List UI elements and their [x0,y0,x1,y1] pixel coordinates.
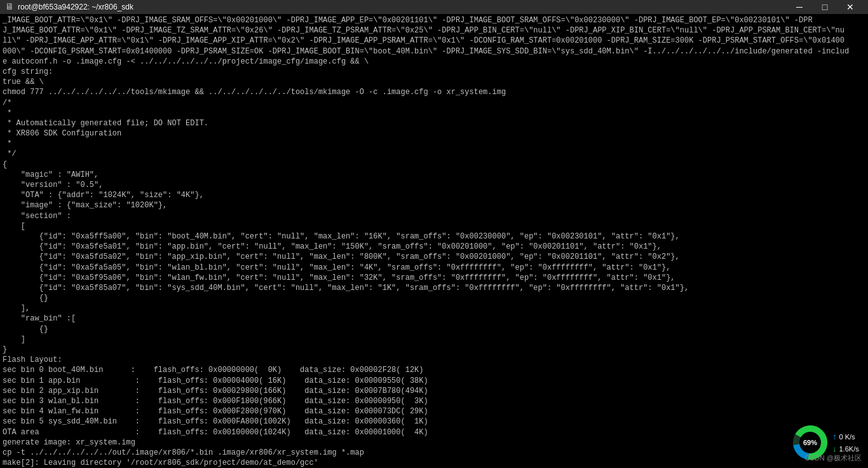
terminal-line: "OTA" : {"addr": "1024K", "size": "4K"}, [3,190,865,200]
titlebar: 🖥 root@bf653a942922: ~/xr806_sdk ─ □ ✕ [0,0,868,14]
terminal-line: true && \ [3,77,865,87]
terminal-line: {"id": "0xa5ff5a00", "bin": "boot_40M.bi… [3,231,865,242]
terminal-line: * [3,139,865,149]
terminal-line: sec bin 0 boot_40M.bin : flash_offs: 0x0… [3,365,865,375]
download-speed: 1.6K/s [839,445,859,453]
terminal-line: ll\" -DPRJ_IMAGE_APP_ATTR=\"0x1\" -DPRJ_… [3,36,865,46]
terminal-line: 000\" -DCONFIG_PSRAM_START=0x01400000 -D… [3,46,865,57]
terminal-line: sec bin 1 app.bin : flash_offs: 0x000040… [3,376,865,386]
terminal-line: {"id": "0xa5f85a07", "bin": "sys_sdd_40M… [3,283,865,293]
csdn-watermark: CSDN @极术社区 [805,453,862,463]
terminal-line: "image" : {"max_size": "1020K"}, [3,200,865,210]
terminal-line: * [3,108,865,118]
terminal-line: make[2]: Leaving directory '/root/xr806_… [3,458,865,468]
download-stat: ↓ 1.6K/s [832,444,859,453]
download-arrow-icon: ↓ [832,444,837,453]
terminal-line: "raw_bin" :[ [3,313,865,324]
terminal-line: "magic" : "AWIH", [3,170,865,180]
watermark-text: CSDN @极术社区 [805,454,862,462]
terminal-line: sec bin 5 sys_sdd_40M.bin : flash_offs: … [3,416,865,427]
terminal-line: J_IMAGE_BOOT_ATTR=\"0x1\" -DPRJ_IMAGE_TZ… [3,25,865,36]
terminal-line: "section" : [3,211,865,221]
terminal-line: } [3,345,865,355]
terminal-line: generate image: xr_system.img [3,437,865,448]
terminal-line: sec bin 2 app_xip.bin : flash_offs: 0x00… [3,386,865,396]
terminal-line: {"id": "0xa5f95a06", "bin": "wlan_fw.bin… [3,273,865,283]
terminal-line: OTA area : flash_offs: 0x00100000(1024K)… [3,427,865,437]
terminal-line: { [3,160,865,170]
terminal-line: "version" : "0.5", [3,180,865,190]
terminal-line: _IMAGE_BOOT_ATTR=\"0x1\" -DPRJ_IMAGE_SRA… [3,15,865,25]
titlebar-title: root@bf653a942922: ~/xr806_sdk [18,3,133,11]
terminal-line: chmod 777 ../../../../../../tools/mkimag… [3,87,865,97]
upload-speed: 0 K/s [839,433,855,441]
terminal-line: sec bin 4 wlan_fw.bin : flash_offs: 0x00… [3,406,865,416]
terminal-icon: 🖥 [5,2,14,12]
terminal-line: e autoconf.h -o .image.cfg -< ../../../.… [3,57,865,67]
terminal-line: * Automatically generated file; DO NOT E… [3,118,865,128]
terminal-line: [ [3,221,865,231]
terminal-line: {} [3,324,865,334]
terminal-line: ], [3,303,865,313]
upload-arrow-icon: ↑ [832,432,837,441]
network-stats: ↑ 0 K/s ↓ 1.6K/s [832,432,859,453]
donut-percent-label: 69% [803,439,817,446]
terminal-line: {"id": "0xa5fa5a05", "bin": "wlan_bl.bin… [3,263,865,273]
minimize-button[interactable]: ─ [787,0,812,14]
terminal-line: sec bin 3 wlan_bl.bin : flash_offs: 0x00… [3,396,865,406]
terminal-line: {"id": "0xa5fd5a02", "bin": "app_xip.bin… [3,252,865,262]
upload-stat: ↑ 0 K/s [832,432,859,441]
terminal-line: {"id": "0xa5fe5a01", "bin": "app.bin", "… [3,242,865,252]
titlebar-controls: ─ □ ✕ [787,0,863,14]
close-button[interactable]: ✕ [837,0,863,14]
terminal-line: */ [3,149,865,159]
terminal-line: ] [3,334,865,345]
terminal-line: /* [3,98,865,108]
terminal-content: _IMAGE_BOOT_ATTR=\"0x1\" -DPRJ_IMAGE_SRA… [3,15,865,468]
terminal[interactable]: _IMAGE_BOOT_ATTR=\"0x1\" -DPRJ_IMAGE_SRA… [0,14,868,468]
terminal-line: cp -t ../../../../../../out/.image/xr806… [3,448,865,458]
terminal-line: * XR806 SDK Configuration [3,128,865,139]
terminal-line: Flash Layout: [3,355,865,365]
terminal-line: cfg string: [3,67,865,77]
terminal-line: {} [3,293,865,303]
maximize-button[interactable]: □ [812,0,837,14]
